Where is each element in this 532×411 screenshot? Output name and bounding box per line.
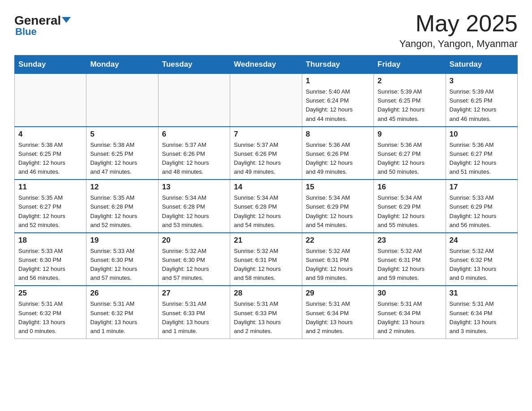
col-tuesday: Tuesday (158, 56, 230, 74)
calendar-day-cell: 25Sunrise: 5:31 AMSunset: 6:32 PMDayligh… (15, 286, 86, 338)
calendar-week-row: 18Sunrise: 5:33 AMSunset: 6:30 PMDayligh… (15, 233, 518, 286)
day-info: Sunrise: 5:39 AMSunset: 6:25 PMDaylight:… (450, 87, 514, 124)
calendar-day-cell: 27Sunrise: 5:31 AMSunset: 6:33 PMDayligh… (158, 286, 230, 338)
day-info: Sunrise: 5:35 AMSunset: 6:27 PMDaylight:… (18, 193, 82, 230)
calendar-day-cell: 14Sunrise: 5:34 AMSunset: 6:28 PMDayligh… (230, 180, 302, 233)
day-number: 9 (378, 130, 442, 139)
day-info: Sunrise: 5:35 AMSunset: 6:28 PMDaylight:… (90, 193, 154, 230)
calendar-week-row: 25Sunrise: 5:31 AMSunset: 6:32 PMDayligh… (15, 286, 518, 338)
col-saturday: Saturday (446, 56, 517, 74)
day-number: 24 (450, 236, 514, 245)
calendar-day-cell: 20Sunrise: 5:32 AMSunset: 6:30 PMDayligh… (158, 233, 230, 286)
day-number: 8 (306, 130, 370, 139)
calendar-day-cell: 26Sunrise: 5:31 AMSunset: 6:32 PMDayligh… (86, 286, 158, 338)
day-info: Sunrise: 5:36 AMSunset: 6:27 PMDaylight:… (450, 141, 514, 177)
calendar-day-cell: 15Sunrise: 5:34 AMSunset: 6:29 PMDayligh… (302, 180, 373, 233)
col-sunday: Sunday (15, 56, 86, 74)
calendar-header-row: Sunday Monday Tuesday Wednesday Thursday… (15, 56, 518, 74)
calendar-day-cell: 16Sunrise: 5:34 AMSunset: 6:29 PMDayligh… (374, 180, 446, 233)
day-info: Sunrise: 5:31 AMSunset: 6:34 PMDaylight:… (450, 300, 514, 336)
calendar-week-row: 1Sunrise: 5:40 AMSunset: 6:24 PMDaylight… (15, 74, 518, 127)
calendar-day-cell: 23Sunrise: 5:32 AMSunset: 6:31 PMDayligh… (374, 233, 446, 286)
day-number: 21 (234, 236, 298, 245)
logo-general-text: General (14, 14, 61, 27)
day-number: 22 (306, 236, 370, 245)
day-info: Sunrise: 5:33 AMSunset: 6:30 PMDaylight:… (90, 247, 154, 283)
calendar-day-cell: 12Sunrise: 5:35 AMSunset: 6:28 PMDayligh… (86, 180, 158, 233)
calendar-week-row: 4Sunrise: 5:38 AMSunset: 6:25 PMDaylight… (15, 127, 518, 180)
day-info: Sunrise: 5:31 AMSunset: 6:33 PMDaylight:… (162, 300, 226, 336)
calendar-day-cell: 1Sunrise: 5:40 AMSunset: 6:24 PMDaylight… (302, 74, 373, 127)
day-number: 10 (450, 130, 514, 139)
day-info: Sunrise: 5:37 AMSunset: 6:26 PMDaylight:… (162, 141, 226, 177)
day-info: Sunrise: 5:34 AMSunset: 6:28 PMDaylight:… (162, 193, 226, 230)
day-info: Sunrise: 5:34 AMSunset: 6:28 PMDaylight:… (234, 193, 298, 230)
calendar-day-cell: 6Sunrise: 5:37 AMSunset: 6:26 PMDaylight… (158, 127, 230, 180)
day-info: Sunrise: 5:32 AMSunset: 6:31 PMDaylight:… (234, 247, 298, 283)
day-info: Sunrise: 5:40 AMSunset: 6:24 PMDaylight:… (306, 87, 370, 124)
title-area: May 2025 Yangon, Yangon, Myanmar (399, 11, 518, 50)
day-number: 1 (306, 77, 370, 86)
day-number: 4 (18, 130, 82, 139)
day-number: 15 (306, 183, 370, 192)
calendar-day-cell: 19Sunrise: 5:33 AMSunset: 6:30 PMDayligh… (86, 233, 158, 286)
logo-blue-text: Blue (15, 27, 37, 37)
day-info: Sunrise: 5:32 AMSunset: 6:31 PMDaylight:… (378, 247, 442, 283)
calendar-day-cell: 18Sunrise: 5:33 AMSunset: 6:30 PMDayligh… (15, 233, 86, 286)
calendar-day-cell: 17Sunrise: 5:33 AMSunset: 6:29 PMDayligh… (446, 180, 517, 233)
day-info: Sunrise: 5:33 AMSunset: 6:29 PMDaylight:… (450, 193, 514, 230)
day-number: 11 (18, 183, 82, 192)
day-number: 26 (90, 289, 154, 298)
calendar-day-cell: 4Sunrise: 5:38 AMSunset: 6:25 PMDaylight… (15, 127, 86, 180)
logo-arrow-icon (62, 17, 71, 23)
day-info: Sunrise: 5:31 AMSunset: 6:32 PMDaylight:… (18, 300, 82, 336)
day-info: Sunrise: 5:38 AMSunset: 6:25 PMDaylight:… (90, 141, 154, 177)
calendar-day-cell: 7Sunrise: 5:37 AMSunset: 6:26 PMDaylight… (230, 127, 302, 180)
day-number: 31 (450, 289, 514, 298)
calendar-day-cell: 11Sunrise: 5:35 AMSunset: 6:27 PMDayligh… (15, 180, 86, 233)
day-number: 6 (162, 130, 226, 139)
month-year-title: May 2025 (399, 11, 518, 36)
calendar-table: Sunday Monday Tuesday Wednesday Thursday… (14, 55, 518, 339)
day-number: 13 (162, 183, 226, 192)
day-number: 19 (90, 236, 154, 245)
day-number: 18 (18, 236, 82, 245)
day-info: Sunrise: 5:38 AMSunset: 6:25 PMDaylight:… (18, 141, 82, 177)
calendar-day-cell: 31Sunrise: 5:31 AMSunset: 6:34 PMDayligh… (446, 286, 517, 338)
day-number: 2 (378, 77, 442, 86)
calendar-day-cell: 29Sunrise: 5:31 AMSunset: 6:34 PMDayligh… (302, 286, 373, 338)
day-info: Sunrise: 5:32 AMSunset: 6:32 PMDaylight:… (450, 247, 514, 283)
day-number: 30 (378, 289, 442, 298)
col-friday: Friday (374, 56, 446, 74)
day-number: 5 (90, 130, 154, 139)
day-number: 28 (234, 289, 298, 298)
location-subtitle: Yangon, Yangon, Myanmar (399, 38, 518, 50)
day-info: Sunrise: 5:34 AMSunset: 6:29 PMDaylight:… (306, 193, 370, 230)
header: General Blue May 2025 Yangon, Yangon, My… (14, 11, 518, 50)
day-info: Sunrise: 5:33 AMSunset: 6:30 PMDaylight:… (18, 247, 82, 283)
day-info: Sunrise: 5:32 AMSunset: 6:30 PMDaylight:… (162, 247, 226, 283)
calendar-day-cell: 30Sunrise: 5:31 AMSunset: 6:34 PMDayligh… (374, 286, 446, 338)
calendar-day-cell (86, 74, 158, 127)
day-info: Sunrise: 5:37 AMSunset: 6:26 PMDaylight:… (234, 141, 298, 177)
calendar-day-cell: 2Sunrise: 5:39 AMSunset: 6:25 PMDaylight… (374, 74, 446, 127)
calendar-day-cell: 5Sunrise: 5:38 AMSunset: 6:25 PMDaylight… (86, 127, 158, 180)
day-number: 3 (450, 77, 514, 86)
day-number: 23 (378, 236, 442, 245)
col-wednesday: Wednesday (230, 56, 302, 74)
calendar-day-cell: 24Sunrise: 5:32 AMSunset: 6:32 PMDayligh… (446, 233, 517, 286)
day-number: 25 (18, 289, 82, 298)
calendar-day-cell (230, 74, 302, 127)
day-number: 14 (234, 183, 298, 192)
calendar-day-cell: 13Sunrise: 5:34 AMSunset: 6:28 PMDayligh… (158, 180, 230, 233)
day-info: Sunrise: 5:31 AMSunset: 6:32 PMDaylight:… (90, 300, 154, 336)
day-info: Sunrise: 5:36 AMSunset: 6:26 PMDaylight:… (306, 141, 370, 177)
day-info: Sunrise: 5:39 AMSunset: 6:25 PMDaylight:… (378, 87, 442, 124)
day-number: 17 (450, 183, 514, 192)
calendar-day-cell (15, 74, 86, 127)
day-number: 20 (162, 236, 226, 245)
day-info: Sunrise: 5:31 AMSunset: 6:34 PMDaylight:… (306, 300, 370, 336)
day-info: Sunrise: 5:31 AMSunset: 6:34 PMDaylight:… (378, 300, 442, 336)
calendar-day-cell: 8Sunrise: 5:36 AMSunset: 6:26 PMDaylight… (302, 127, 373, 180)
day-number: 12 (90, 183, 154, 192)
